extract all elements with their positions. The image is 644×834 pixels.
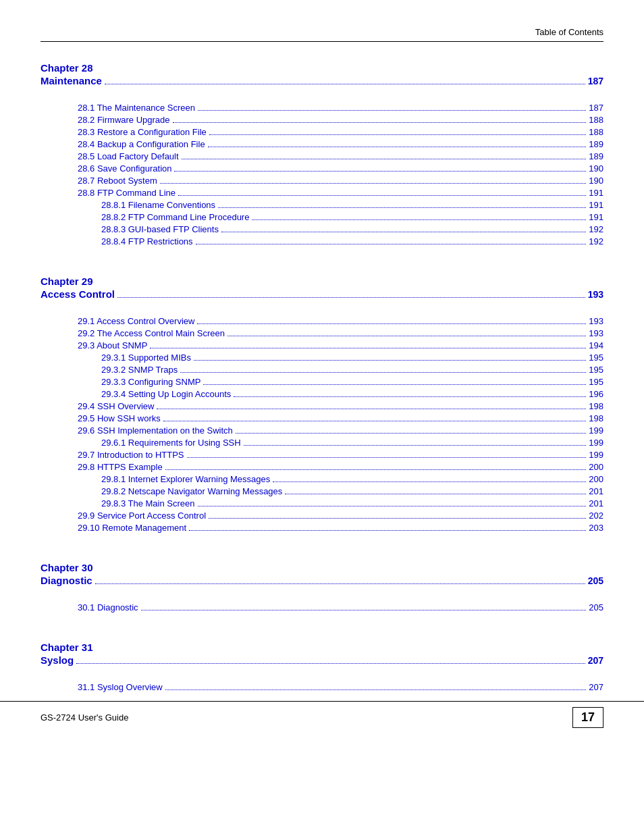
toc-entry-page: 190 [589,176,603,186]
toc-entry-page: 187 [589,103,603,113]
list-item: 29.8 HTTPS Example200 [41,462,603,472]
toc-entry-text[interactable]: 31.1 Syslog Overview [78,682,163,692]
toc-entry-dots [227,336,586,336]
list-item: 28.5 Load Factory Default189 [41,151,603,161]
toc-entry-text[interactable]: 29.3.2 SNMP Traps [101,365,178,375]
list-item: 29.4 SSH Overview198 [41,401,603,411]
list-item: 29.8.3 The Main Screen201 [41,498,603,509]
toc-entry-text[interactable]: 28.5 Load Factory Default [78,151,179,161]
chapter-title-ch29: Access Control [41,288,115,300]
list-item: 29.2 The Access Control Main Screen193 [41,328,603,338]
list-item: 29.3 About SNMP194 [41,340,603,350]
page-footer: GS-2724 User's Guide 17 [0,701,644,728]
toc-entry-dots [285,494,586,494]
toc-entry-page: 201 [589,486,603,496]
toc-entry-text[interactable]: 29.6 SSH Implementation on the Switch [78,425,233,436]
footer-page-number: 17 [572,707,603,728]
list-item: 29.1 Access Control Overview193 [41,316,603,326]
toc-entry-text[interactable]: 30.1 Diagnostic [78,602,138,613]
toc-entry-dots [165,469,587,470]
toc-entry-text[interactable]: 28.8.4 FTP Restrictions [101,236,193,246]
chapter-title-line-ch30: Diagnostic205 [41,575,603,586]
toc-entry-dots [150,348,586,348]
toc-entry-page: 202 [589,511,603,521]
toc-entry-text[interactable]: 29.2 The Access Control Main Screen [78,328,225,338]
toc-entry-dots [194,360,586,361]
toc-entry-text[interactable]: 29.8.3 The Main Screen [101,498,195,509]
toc-entry-page: 200 [589,462,603,472]
list-item: 28.6 Save Configuration190 [41,163,603,174]
toc-entry-dots [180,372,586,373]
list-item: 28.8.4 FTP Restrictions192 [41,236,603,246]
toc-entry-text[interactable]: 29.3.4 Setting Up Login Accounts [101,389,231,399]
toc-entry-text[interactable]: 29.5 How SSH works [78,413,161,423]
toc-entry-text[interactable]: 28.6 Save Configuration [78,163,171,174]
toc-entry-page: 192 [589,236,603,246]
chapter-label-ch28: Chapter 28 [41,62,603,74]
toc-entry-text[interactable]: 29.3 About SNMP [78,340,147,350]
chapter-label-ch30: Chapter 30 [41,562,603,573]
toc-entry-page: 189 [589,151,603,161]
toc-entry-text[interactable]: 28.8 FTP Command Line [78,188,176,198]
list-item: 29.3.3 Configuring SNMP195 [41,377,603,387]
chapter-label-ch29: Chapter 29 [41,276,603,287]
toc-entry-dots [234,396,586,397]
toc-entry-text[interactable]: 28.7 Reboot System [78,176,157,186]
toc-entry-page: 192 [589,224,603,234]
toc-entry-dots [196,244,587,244]
toc-entry-text[interactable]: 28.8.1 Filename Conventions [101,200,215,210]
toc-entry-page: 193 [589,328,603,338]
chapter-dots-ch29 [117,297,585,298]
toc-entry-text[interactable]: 28.8.3 GUI-based FTP Clients [101,224,219,234]
toc-entry-dots [173,122,587,123]
toc-entry-text[interactable]: 28.2 Firmware Upgrade [78,115,170,125]
list-item: 28.3 Restore a Configuration File188 [41,127,603,137]
chapter-dots-ch30 [95,583,585,584]
toc-entry-dots [160,183,587,184]
page-header: Table of Contents [41,27,603,42]
toc-entry-page: 193 [589,316,603,326]
toc-entry-page: 198 [589,401,603,411]
list-item: 30.1 Diagnostic205 [41,602,603,613]
toc-entry-dots [182,159,587,159]
chapter-label-ch31: Chapter 31 [41,642,603,653]
toc-entry-page: 205 [589,602,603,613]
toc-entry-text[interactable]: 28.4 Backup a Configuration File [78,139,205,149]
footer-guide-title: GS-2724 User's Guide [41,712,128,723]
chapter-title-ch30: Diagnostic [41,575,92,586]
toc-entry-dots [244,445,587,446]
toc-entry-dots [208,147,587,147]
chapter-title-line-ch28: Maintenance187 [41,75,603,86]
toc-entry-text[interactable]: 29.8 HTTPS Example [78,462,163,472]
toc-entry-dots [165,689,587,690]
toc-entry-text[interactable]: 28.3 Restore a Configuration File [78,127,207,137]
toc-entry-page: 188 [589,115,603,125]
toc-content: Chapter 28Maintenance18728.1 The Mainten… [41,62,603,692]
toc-entry-text[interactable]: 28.1 The Maintenance Screen [78,103,195,113]
toc-entry-text[interactable]: 29.6.1 Requirements for Using SSH [101,438,241,448]
toc-entry-dots [189,530,586,531]
toc-entry-text[interactable]: 29.1 Access Control Overview [78,316,194,326]
toc-entry-page: 190 [589,163,603,174]
toc-entry-text[interactable]: 29.8.2 Netscape Navigator Warning Messag… [101,486,282,496]
toc-entry-text[interactable]: 29.9 Service Port Access Control [78,511,206,521]
toc-entry-text[interactable]: 29.7 Introduction to HTTPS [78,450,184,460]
toc-entry-text[interactable]: 29.10 Remote Management [78,523,186,533]
page-container: Table of Contents Chapter 28Maintenance1… [0,0,644,748]
toc-entry-dots [197,323,586,324]
chapter-title-line-ch29: Access Control193 [41,288,603,300]
toc-entry-page: 194 [589,340,603,350]
toc-entry-dots [218,207,586,208]
chapter-title-line-ch31: Syslog207 [41,654,603,666]
toc-entry-text[interactable]: 29.3.1 Supported MIBs [101,353,191,363]
toc-entry-page: 191 [589,200,603,210]
list-item: 29.8.1 Internet Explorer Warning Message… [41,474,603,484]
toc-entry-page: 189 [589,139,603,149]
toc-entry-text[interactable]: 29.8.1 Internet Explorer Warning Message… [101,474,270,484]
toc-entry-text[interactable]: 28.8.2 FTP Command Line Procedure [101,212,249,222]
toc-entry-text[interactable]: 29.4 SSH Overview [78,401,154,411]
list-item: 29.6.1 Requirements for Using SSH199 [41,438,603,448]
chapter-page-ch31: 207 [588,655,603,666]
toc-entry-dots [209,518,586,519]
toc-entry-text[interactable]: 29.3.3 Configuring SNMP [101,377,200,387]
